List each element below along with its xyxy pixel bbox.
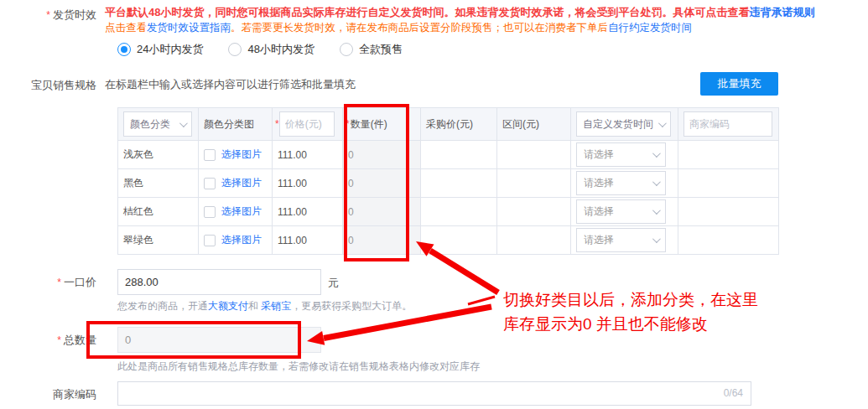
- price-bulk-input[interactable]: [279, 111, 335, 137]
- radio-24h-shipping[interactable]: 24小时内发货: [117, 42, 203, 57]
- sku-merchant-code-cell[interactable]: [678, 226, 779, 255]
- violation-rules-link[interactable]: 违背承诺规则: [749, 6, 814, 18]
- chevron-down-icon: [652, 206, 661, 215]
- col-header-purchase-price: 采购价(元): [421, 108, 497, 141]
- sku-ship-time-cell: 请选择: [571, 226, 678, 255]
- col-header-price: *: [273, 108, 343, 141]
- warning-text: 点击查看: [105, 22, 147, 34]
- custom-ship-time-link[interactable]: 自行约定发货时间: [608, 22, 692, 34]
- row-ship-time-select[interactable]: 请选择: [576, 199, 666, 224]
- sku-color-cell: 桔红色: [118, 198, 199, 226]
- checkbox[interactable]: [204, 206, 216, 218]
- price-helper: 您发布的商品，开通大额支付和 采销宝，更易获得采购型大订单。: [117, 299, 412, 313]
- radio-full-presale[interactable]: 全款预售: [340, 42, 403, 57]
- shipping-guide-link[interactable]: 发货时效设置指南: [147, 22, 231, 34]
- select-placeholder: 请选择: [584, 233, 614, 247]
- sku-merchant-code-cell[interactable]: [678, 169, 779, 198]
- sku-price-cell[interactable]: 111.00: [273, 169, 343, 198]
- col-header-color: 颜色分类: [118, 108, 199, 141]
- total-quantity-label: *总数量: [0, 333, 96, 348]
- annotation-text: 切换好类目以后，添加分类，在这里 库存显示为0 并且也不能修改: [503, 287, 758, 336]
- sku-color-cell: 翠绿色: [118, 226, 199, 255]
- ship-time-select[interactable]: 自定义发货时间: [576, 111, 671, 137]
- caixiaobao-link[interactable]: 采销宝: [261, 300, 291, 312]
- sku-ship-time-cell: 请选择: [571, 169, 678, 198]
- annotation-line1: 切换好类目以后，添加分类，在这里: [503, 287, 758, 312]
- sku-image-cell: 选择图片: [199, 198, 273, 226]
- required-mark: *: [346, 118, 350, 130]
- checkbox[interactable]: [204, 235, 216, 246]
- sku-purchase-price-cell[interactable]: [421, 141, 497, 169]
- helper-text: 您发布的商品，开通: [117, 300, 208, 312]
- sku-row: 桔红色 选择图片 111.00 0 请选择: [118, 198, 779, 226]
- sku-range-cell: [497, 141, 571, 169]
- product-publish-form: { "ui": { "required_mark": "*" }, "shipp…: [0, 0, 868, 409]
- merchant-code-bulk-input[interactable]: [683, 111, 772, 137]
- required-mark: *: [57, 277, 61, 288]
- sku-range-cell: [497, 226, 571, 255]
- checkbox[interactable]: [204, 178, 216, 189]
- color-filter-select[interactable]: 颜色分类: [123, 111, 192, 137]
- col-header-range: 区间(元): [497, 108, 571, 141]
- warning-text: 平台默认48小时发货，同时您可根据商品实际库存进行自定义发货时间。如果违背发货时…: [105, 6, 749, 18]
- merchant-code-input[interactable]: [117, 381, 751, 406]
- sku-ship-time-cell: 请选择: [571, 141, 678, 169]
- radio-icon[interactable]: [340, 43, 353, 56]
- sku-merchant-code-cell[interactable]: [678, 141, 779, 169]
- sku-table-header-row: 颜色分类 颜色分类图 * *数量(件) 采购价(元) 区间(元) 自定义发货时间: [118, 108, 779, 141]
- sku-image-cell: 选择图片: [199, 226, 273, 255]
- sku-image-cell: 选择图片: [199, 169, 273, 198]
- sku-section-hint: 在标题栏中输入或选择内容可以进行筛选和批量填充: [105, 77, 356, 92]
- row-ship-time-select[interactable]: 请选择: [576, 228, 666, 252]
- checkbox[interactable]: [204, 149, 216, 161]
- radio-icon[interactable]: [117, 43, 131, 56]
- row-ship-time-select[interactable]: 请选择: [576, 171, 666, 195]
- sku-color-cell: 黑色: [118, 169, 199, 198]
- total-quantity-helper: 此处是商品所有销售规格总库存数量，若需修改请在销售规格表格内修改对应库存: [117, 360, 480, 374]
- col-header-merchant-code: [678, 108, 779, 141]
- chevron-down-icon: [658, 119, 667, 127]
- annotation-line2: 库存显示为0 并且也不能修改: [503, 312, 758, 336]
- sku-price-cell[interactable]: 111.00: [273, 141, 343, 169]
- color-filter-value: 颜色分类: [130, 117, 170, 132]
- sku-row: 翠绿色 选择图片 111.00 0 请选择: [118, 226, 779, 255]
- ship-time-value: 自定义发货时间: [583, 117, 653, 132]
- sku-table: 颜色分类 颜色分类图 * *数量(件) 采购价(元) 区间(元) 自定义发货时间…: [117, 107, 779, 255]
- sku-purchase-price-cell[interactable]: [421, 169, 497, 198]
- select-image-link[interactable]: 选择图片: [221, 148, 262, 162]
- row-ship-time-select[interactable]: 请选择: [576, 142, 666, 167]
- chevron-down-icon: [652, 149, 661, 158]
- select-placeholder: 请选择: [584, 176, 614, 190]
- shipping-warning-line2: 点击查看发货时效设置指南。若需要更长发货时效，请在发布商品后设置分阶段预售；也可…: [105, 21, 692, 35]
- select-image-link[interactable]: 选择图片: [221, 233, 262, 247]
- radio-48h-shipping[interactable]: 48小时内发货: [228, 42, 314, 57]
- sku-quantity-cell: 0: [343, 141, 421, 169]
- merchant-code-field: 0/64: [117, 381, 751, 406]
- radio-label: 全款预售: [359, 42, 403, 57]
- sku-purchase-price-cell[interactable]: [421, 198, 497, 226]
- sku-image-cell: 选择图片: [199, 141, 273, 169]
- sku-quantity-cell: 0: [343, 226, 421, 255]
- sku-purchase-price-cell[interactable]: [421, 226, 497, 255]
- select-placeholder: 请选择: [584, 204, 614, 219]
- required-mark: *: [46, 9, 50, 21]
- annotation-leader-dash: [468, 297, 495, 304]
- radio-icon[interactable]: [228, 43, 242, 56]
- select-image-link[interactable]: 选择图片: [221, 204, 262, 219]
- sku-quantity-cell: 0: [343, 198, 421, 226]
- col-header-ship-time: 自定义发货时间: [571, 108, 678, 141]
- bulk-fill-button[interactable]: 批量填充: [700, 72, 778, 96]
- sku-price-cell[interactable]: 111.00: [273, 226, 343, 255]
- sku-merchant-code-cell[interactable]: [678, 198, 779, 226]
- shipping-time-radio-group: 24小时内发货 48小时内发货 全款预售: [117, 42, 403, 57]
- select-image-link[interactable]: 选择图片: [221, 176, 262, 190]
- sku-row: 黑色 选择图片 111.00 0 请选择: [118, 169, 779, 198]
- sku-row: 浅灰色 选择图片 111.00 0 请选择: [118, 141, 779, 169]
- large-payment-link[interactable]: 大额支付: [208, 300, 248, 312]
- fixed-price-input[interactable]: [117, 269, 321, 295]
- shipping-warning-line1: 平台默认48小时发货，同时您可根据商品实际库存进行自定义发货时间。如果违背发货时…: [105, 5, 814, 20]
- col-header-color-image: 颜色分类图: [199, 108, 273, 141]
- col-header-quantity: *数量(件): [343, 108, 421, 141]
- warning-text: 。若需要更长发货时效，请在发布商品后设置分阶段预售；也可以在消费者下单后: [231, 22, 608, 34]
- sku-price-cell[interactable]: 111.00: [273, 198, 343, 226]
